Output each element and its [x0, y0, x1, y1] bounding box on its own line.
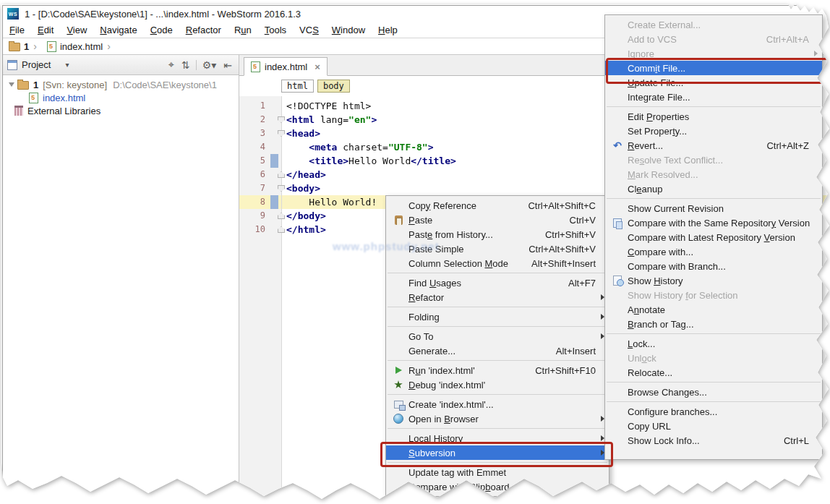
menu-item-run-index-html[interactable]: Run 'index.html'Ctrl+Shift+F10 — [386, 363, 609, 377]
locate-icon[interactable]: ⌖ — [165, 59, 178, 71]
tree-item-label: index.html — [43, 93, 85, 103]
menubar-item-tools[interactable]: Tools — [258, 23, 293, 37]
menu-separator — [386, 270, 609, 276]
editor-crumb-body[interactable]: body — [317, 80, 350, 93]
menubar-item-code[interactable]: Code — [144, 23, 179, 37]
menu-item-label: Branch or Tag... — [625, 319, 694, 330]
menu-item-generate[interactable]: Generate...Alt+Insert — [386, 343, 609, 358]
menu-item-set-property[interactable]: Set Property... — [605, 124, 822, 138]
menu-item-label: Mark Resolved... — [625, 169, 698, 180]
menu-item-refactor[interactable]: Refactor — [386, 290, 609, 304]
menu-item-compare-with-branch[interactable]: Compare with Branch... — [605, 259, 822, 273]
expander-icon[interactable] — [9, 82, 14, 87]
project-tool-window-icon — [7, 60, 17, 70]
menu-item-lock[interactable]: Lock... — [605, 336, 822, 351]
menu-item-paste[interactable]: PasteCtrl+V — [386, 213, 609, 227]
menu-item-find-usages[interactable]: Find UsagesAlt+F7 — [386, 276, 609, 290]
menu-item-column-selection-mode[interactable]: Column Selection ModeAlt+Shift+Insert — [386, 256, 609, 270]
tree-item-label: External Libraries — [27, 106, 100, 116]
menu-item-copy-reference[interactable]: Copy ReferenceCtrl+Alt+Shift+C — [386, 198, 609, 213]
menu-item-shortcut: Alt+Insert — [540, 346, 596, 356]
browser-icon — [393, 414, 403, 424]
menu-item-folding[interactable]: Folding — [386, 309, 609, 324]
menu-item-relocate[interactable]: Relocate... — [605, 365, 822, 380]
menu-item-shortcut: Ctrl+Alt+Z — [750, 140, 809, 151]
window-title: 1 - [D:\Code\SAE\keystone\1] - ...\index… — [25, 9, 301, 20]
menubar-item-run[interactable]: Run — [228, 23, 258, 37]
menubar-item-navigate[interactable]: Navigate — [93, 23, 143, 37]
menubar-item-window[interactable]: Window — [325, 23, 372, 37]
menu-item-compare-with-the-same-repository-version[interactable]: Compare with the Same Repository Version — [605, 215, 822, 230]
breadcrumb-item-1[interactable]: 1 — [3, 41, 29, 52]
menubar-item-view[interactable]: View — [60, 23, 93, 37]
menu-item-browse-changes[interactable]: Browse Changes... — [605, 385, 822, 399]
menu-item-debug-index-html[interactable]: Debug 'index.html' — [386, 377, 609, 392]
project-panel-title-button[interactable]: Project ▾ — [7, 59, 69, 70]
menu-item-copy-url[interactable]: Copy URL — [605, 419, 822, 433]
menu-item-label: Local History — [406, 433, 463, 444]
menu-item-show-lock-info[interactable]: Show Lock Info...Ctrl+L — [605, 433, 822, 448]
menu-item-subversion[interactable]: Subversion — [386, 445, 609, 460]
menu-item-update-tag-with-emmet[interactable]: Update tag with Emmet — [386, 465, 609, 479]
tab-index-html[interactable]: index.html × — [244, 57, 328, 76]
vcs-change-marker — [270, 154, 278, 168]
editor-crumb-html[interactable]: html — [281, 80, 314, 93]
menu-item-branch-or-tag[interactable]: Branch or Tag... — [605, 317, 822, 331]
menubar-item-refactor[interactable]: Refactor — [179, 23, 228, 37]
tree-item-index-html[interactable]: index.html — [3, 91, 239, 104]
menu-item-show-history[interactable]: Show History — [605, 273, 822, 288]
menu-item-paste-from-history[interactable]: Paste from History...Ctrl+Shift+V — [386, 227, 609, 242]
tree-item-vcs-meta: [Svn: keystone] — [43, 80, 107, 90]
collapse-all-icon[interactable]: ⇅ — [178, 59, 194, 71]
menu-item-integrate-file[interactable]: Integrate File... — [605, 90, 822, 104]
menu-item-label: Annotate — [625, 304, 665, 315]
menu-item-open-in-browser[interactable]: Open in Browser — [386, 411, 609, 426]
menu-item-compare-with[interactable]: Compare with... — [605, 244, 822, 259]
menu-item-cleanup[interactable]: Cleanup — [605, 181, 822, 196]
line-numbers: 12345678910 — [239, 99, 265, 236]
menu-item-configure-branches[interactable]: Configure branches... — [605, 404, 822, 419]
menu-item-create-index-html[interactable]: Create 'index.html'... — [386, 397, 609, 411]
run-icon — [395, 367, 402, 374]
menubar-item-vcs[interactable]: VCS — [293, 23, 325, 37]
tree-item-1-svn-keystone[interactable]: 1[Svn: keystone]D:\Code\SAE\keystone\1 — [3, 78, 239, 91]
breadcrumb-item-index-html[interactable]: index.html — [41, 41, 103, 52]
menu-item-edit-properties[interactable]: Edit Properties — [605, 109, 822, 124]
hide-panel-icon[interactable]: ⇤ — [220, 59, 236, 71]
folder-icon — [17, 81, 29, 90]
menu-item-shortcut: Ctrl+Shift+V — [529, 229, 596, 240]
menu-item-annotate[interactable]: Annotate — [605, 302, 822, 317]
menu-item-label: Find Usages — [406, 278, 461, 289]
tree-item-external-libraries[interactable]: External Libraries — [3, 104, 239, 117]
menu-item-paste-simple[interactable]: Paste SimpleCtrl+Alt+Shift+V — [386, 242, 609, 256]
project-tree: 1[Svn: keystone]D:\Code\SAE\keystone\1in… — [3, 75, 239, 117]
menu-item-label: Update File... — [625, 77, 683, 88]
menu-item-label: Column Selection Mode — [406, 258, 508, 269]
menu-item-local-history[interactable]: Local History — [386, 431, 609, 445]
menu-item-compare-with-clipboard[interactable]: Compare with Clipboard — [386, 479, 609, 494]
folder-icon — [9, 43, 20, 51]
menu-separator — [605, 331, 822, 336]
vcs-change-marker — [270, 195, 278, 209]
history-icon — [613, 276, 622, 286]
close-icon[interactable]: × — [315, 61, 320, 72]
line-number: 8 — [239, 195, 265, 209]
menu-item-go-to[interactable]: Go To — [386, 329, 609, 343]
menu-item-show-current-revision[interactable]: Show Current Revision — [605, 201, 822, 215]
menu-separator — [386, 392, 609, 397]
menu-item-commit-file[interactable]: Commit File... — [605, 61, 822, 75]
menu-item-label: Lock... — [625, 338, 655, 349]
line-number: 4 — [239, 140, 265, 154]
menu-item-label: Compare with the Same Repository Version — [625, 218, 810, 228]
menubar-item-help[interactable]: Help — [372, 23, 404, 37]
menubar-item-file[interactable]: File — [3, 23, 31, 37]
html-file-icon — [47, 41, 56, 52]
menubar-item-edit[interactable]: Edit — [31, 23, 60, 37]
menu-separator — [386, 426, 609, 431]
menu-item-revert[interactable]: Revert...Ctrl+Alt+Z — [605, 138, 822, 153]
menu-item-update-file[interactable]: Update File... — [605, 75, 822, 90]
menu-item-label: Configure branches... — [625, 406, 717, 417]
line-number: 10 — [239, 223, 265, 236]
menu-item-compare-with-latest-repository-version[interactable]: Compare with Latest Repository Version — [605, 230, 822, 244]
settings-gear-icon[interactable]: ⚙▾ — [199, 59, 221, 71]
